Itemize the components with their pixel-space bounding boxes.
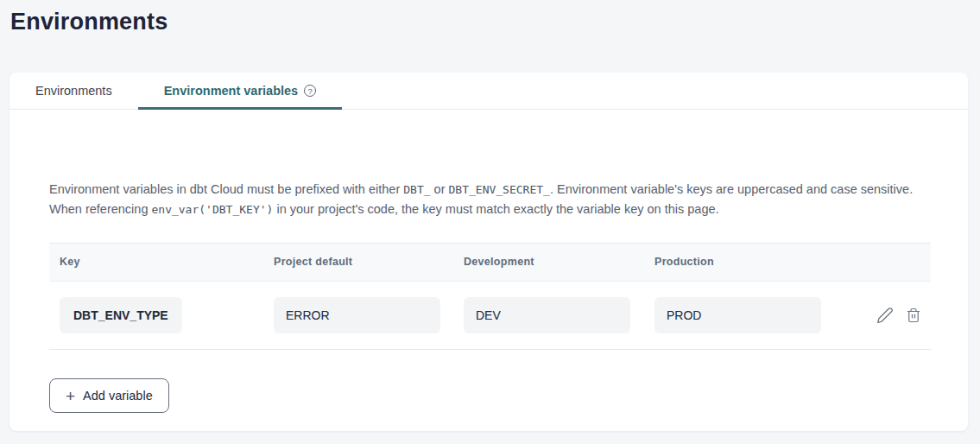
tab-environment-variables[interactable]: Environment variables ? (138, 73, 343, 109)
plus-icon: + (66, 388, 75, 404)
environment-variables-description: Environment variables in dbt Cloud must … (49, 180, 931, 219)
development-value: DEV (464, 297, 630, 333)
cell-project-default: ERROR (263, 282, 453, 349)
tab-environments-label: Environments (35, 84, 112, 98)
table-header-row: Key Project default Development Producti… (49, 244, 931, 282)
add-variable-label: Add variable (83, 389, 153, 403)
table-row: DBT_ENV_TYPE ERROR DEV PROD (49, 282, 931, 350)
trash-icon (906, 308, 921, 323)
cell-actions (831, 282, 935, 349)
cell-key: DBT_ENV_TYPE (49, 282, 263, 349)
column-header-key: Key (49, 244, 263, 281)
cell-development: DEV (453, 282, 644, 349)
column-header-project-default: Project default (263, 244, 453, 281)
environment-variables-card: Environments Environment variables ? Env… (9, 73, 968, 431)
help-circle-icon[interactable]: ? (304, 85, 316, 97)
tab-environment-variables-label: Environment variables (164, 84, 299, 98)
column-header-production: Production (644, 244, 827, 281)
cell-production: PROD (644, 282, 831, 349)
edit-variable-button[interactable] (876, 307, 894, 324)
tab-bar: Environments Environment variables ? (9, 73, 968, 110)
pencil-icon (876, 307, 894, 324)
production-value: PROD (654, 297, 821, 333)
variable-key-badge: DBT_ENV_TYPE (60, 297, 182, 333)
tab-environments[interactable]: Environments (9, 73, 138, 109)
column-header-actions (827, 244, 931, 281)
tab-panel-environment-variables: Environment variables in dbt Cloud must … (9, 180, 968, 413)
page-title: Environments (0, 0, 980, 35)
delete-variable-button[interactable] (906, 308, 921, 323)
project-default-value: ERROR (274, 297, 440, 333)
environment-variables-table: Key Project default Development Producti… (49, 243, 931, 350)
column-header-development: Development (453, 244, 644, 281)
add-variable-button[interactable]: + Add variable (49, 378, 169, 413)
